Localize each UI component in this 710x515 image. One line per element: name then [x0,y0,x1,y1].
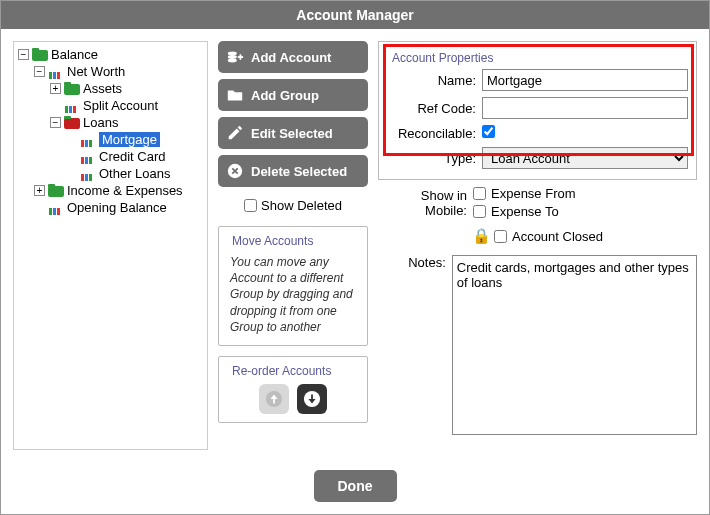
show-mobile-label: Show in Mobile: [378,188,473,218]
name-input[interactable] [482,69,688,91]
fieldset-legend: Re-order Accounts [229,364,334,378]
button-label: Add Account [251,50,331,65]
move-up-button[interactable] [259,384,289,414]
tree-node-mortgage[interactable]: Mortgage [18,131,203,148]
ref-code-label: Ref Code: [387,101,482,116]
tree-node-income-expenses[interactable]: + Income & Expenses [18,182,203,199]
show-deleted-checkbox[interactable] [244,199,257,212]
collapse-icon[interactable]: − [50,117,61,128]
fieldset-legend: Account Properties [389,51,496,65]
move-accounts-fieldset: Move Accounts You can move any Account t… [218,226,368,346]
svg-point-0 [228,51,237,55]
tree-label[interactable]: Split Account [83,98,158,113]
svg-rect-4 [240,54,242,59]
button-label: Edit Selected [251,126,333,141]
show-deleted-label: Show Deleted [261,198,342,213]
tree-label[interactable]: Balance [51,47,98,62]
chart-icon [80,150,96,164]
coins-icon [226,48,244,66]
account-closed-label: Account Closed [512,229,603,244]
tree-label[interactable]: Net Worth [67,64,125,79]
tree-label[interactable]: Loans [83,115,118,130]
expense-to-label: Expense To [491,204,559,219]
collapse-icon[interactable]: − [18,49,29,60]
expense-to-checkbox[interactable] [473,205,486,218]
reorder-accounts-fieldset: Re-order Accounts [218,356,368,423]
folder-icon [32,50,48,61]
tree-label[interactable]: Income & Expenses [67,183,183,198]
reconcilable-label: Reconcilable: [387,126,482,141]
type-select[interactable]: Loan Account [482,147,688,169]
account-closed-checkbox[interactable] [494,230,507,243]
account-properties-panel: Account Properties Name: Ref Code: Recon… [378,41,697,450]
svg-point-1 [228,55,237,59]
chart-icon [64,99,80,113]
tree-node-net-worth[interactable]: − Net Worth [18,63,203,80]
tree-label[interactable]: Mortgage [99,132,160,147]
expense-from-checkbox[interactable] [473,187,486,200]
tree-node-opening-balance[interactable]: Opening Balance [18,199,203,216]
tree-node-assets[interactable]: + Assets [18,80,203,97]
reconcilable-checkbox[interactable] [482,125,495,138]
delete-selected-button[interactable]: Delete Selected [218,155,368,187]
move-down-button[interactable] [297,384,327,414]
add-group-button[interactable]: Add Group [218,79,368,111]
add-account-button[interactable]: Add Account [218,41,368,73]
lock-icon: 🔒 [472,227,491,245]
notes-textarea[interactable] [452,255,697,435]
expand-icon[interactable]: + [34,185,45,196]
account-manager-window: Account Manager − Balance − Net Worth + … [0,0,710,515]
tree-node-credit-card[interactable]: Credit Card [18,148,203,165]
edit-selected-button[interactable]: Edit Selected [218,117,368,149]
folder-icon [48,186,64,197]
notes-label: Notes: [378,255,452,270]
expense-from-label: Expense From [491,186,576,201]
fieldset-legend: Move Accounts [229,234,316,248]
move-accounts-help: You can move any Account to a different … [227,252,359,337]
tree-node-other-loans[interactable]: Other Loans [18,165,203,182]
close-circle-icon [226,162,244,180]
svg-point-2 [228,59,237,63]
pencil-icon [226,124,244,142]
window-title: Account Manager [1,1,709,29]
chart-icon [48,65,64,79]
chart-icon [48,201,64,215]
tree-node-loans[interactable]: − Loans [18,114,203,131]
actions-panel: Add Account Add Group Edit Selected Dele… [218,41,368,450]
tree-label[interactable]: Other Loans [99,166,171,181]
button-label: Add Group [251,88,319,103]
folder-icon [64,84,80,95]
done-button[interactable]: Done [314,470,397,502]
type-label: Type: [387,151,482,166]
collapse-icon[interactable]: − [34,66,45,77]
chart-icon [80,133,96,147]
tree-label[interactable]: Assets [83,81,122,96]
button-label: Delete Selected [251,164,347,179]
tree-node-split-account[interactable]: Split Account [18,97,203,114]
ref-code-input[interactable] [482,97,688,119]
tree-label[interactable]: Opening Balance [67,200,167,215]
folder-icon [226,86,244,104]
tree-label[interactable]: Credit Card [99,149,165,164]
tree-node-balance[interactable]: − Balance [18,46,203,63]
account-tree[interactable]: − Balance − Net Worth + Assets [13,41,208,450]
name-label: Name: [387,73,482,88]
expand-icon[interactable]: + [50,83,61,94]
folder-icon [64,118,80,129]
chart-icon [80,167,96,181]
